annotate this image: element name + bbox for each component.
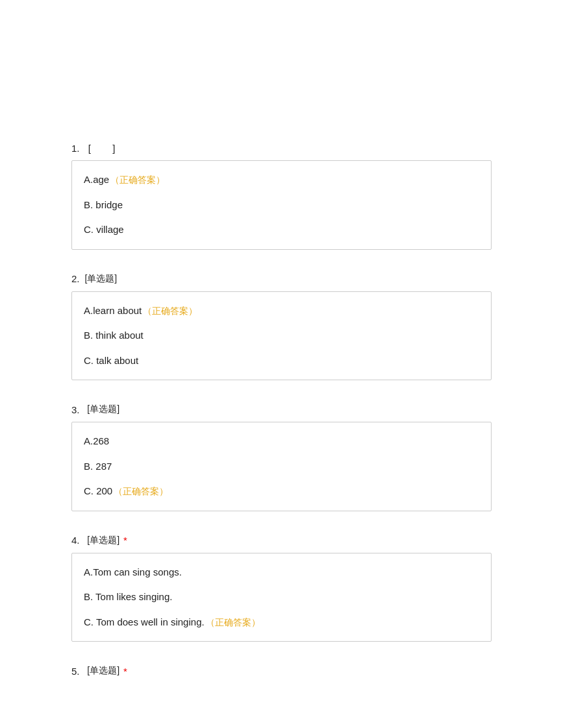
question-2: 2. [单选题] A.learn about（正确答案） B. think ab… xyxy=(71,273,492,381)
question-4-type: [单选题] xyxy=(82,535,120,546)
question-2-option-a: A.learn about（正确答案） xyxy=(84,298,479,324)
option-c-label: C. 200 xyxy=(84,485,112,496)
question-5-label: 5. [单选题]* xyxy=(71,665,492,677)
option-b-label: B. Tom likes singing. xyxy=(84,591,172,602)
question-4-option-a: A.Tom can sing songs. xyxy=(84,560,479,585)
question-3-option-c: C. 200（正确答案） xyxy=(84,479,479,504)
option-a-label: A.Tom can sing songs. xyxy=(84,566,182,577)
question-5-required: * xyxy=(123,666,127,677)
question-3-option-b: B. 287 xyxy=(84,454,479,479)
question-3: 3. [单选题] A.268 B. 287 C. 200（正确答案） xyxy=(71,404,492,511)
option-b-label: B. think about xyxy=(84,330,144,341)
option-a-label: A.age xyxy=(84,174,109,185)
option-a-correct: （正确答案） xyxy=(143,306,197,316)
option-b-label: B. bridge xyxy=(84,199,123,210)
option-b-label: B. 287 xyxy=(84,461,112,472)
option-c-label: C. Tom does well in singing. xyxy=(84,616,205,627)
question-4-option-b: B. Tom likes singing. xyxy=(84,585,479,610)
option-c-label: C. talk about xyxy=(84,355,138,366)
question-5-number: 5. xyxy=(71,666,80,677)
question-4-option-c: C. Tom does well in singing.（正确答案） xyxy=(84,610,479,635)
question-2-type: [单选题] xyxy=(82,273,118,285)
question-1-options: A.age（正确答案） B. bridge C. village xyxy=(71,160,492,250)
question-2-label: 2. [单选题] xyxy=(71,273,492,285)
question-1-option-a: A.age（正确答案） xyxy=(84,167,479,193)
question-1-option-b: B. bridge xyxy=(84,193,479,218)
question-3-option-a: A.268 xyxy=(84,429,479,454)
question-4-options: A.Tom can sing songs. B. Tom likes singi… xyxy=(71,553,492,642)
option-a-label: A.268 xyxy=(84,435,109,446)
question-1-label: 1. [ ] xyxy=(71,143,492,154)
question-5: 5. [单选题]* xyxy=(71,665,492,677)
option-c-label: C. village xyxy=(84,224,124,235)
question-1: 1. [ ] A.age（正确答案） B. bridge C. village xyxy=(71,143,492,250)
question-5-type: [单选题] xyxy=(82,665,120,677)
question-3-options: A.268 B. 287 C. 200（正确答案） xyxy=(71,422,492,511)
question-2-number: 2. xyxy=(71,273,80,284)
question-2-option-c: C. talk about xyxy=(84,348,479,374)
question-4-required: * xyxy=(123,535,127,546)
question-2-options: A.learn about（正确答案） B. think about C. ta… xyxy=(71,291,492,381)
option-a-correct: （正确答案） xyxy=(110,175,165,185)
question-4-label: 4. [单选题]* xyxy=(71,535,492,546)
question-4-number: 4. xyxy=(71,535,80,546)
option-c-correct: （正确答案） xyxy=(206,617,260,627)
option-c-correct: （正确答案） xyxy=(114,486,168,496)
question-1-bracket: [ ] xyxy=(82,143,121,154)
question-3-label: 3. [单选题] xyxy=(71,404,492,415)
question-2-option-b: B. think about xyxy=(84,323,479,348)
question-3-number: 3. xyxy=(71,404,80,415)
question-1-option-c: C. village xyxy=(84,217,479,243)
option-a-label: A.learn about xyxy=(84,305,142,316)
question-1-number: 1. xyxy=(71,143,80,154)
question-3-type: [单选题] xyxy=(82,404,120,415)
questions-container: 1. [ ] A.age（正确答案） B. bridge C. village … xyxy=(71,143,492,677)
question-4: 4. [单选题]* A.Tom can sing songs. B. Tom l… xyxy=(71,535,492,642)
